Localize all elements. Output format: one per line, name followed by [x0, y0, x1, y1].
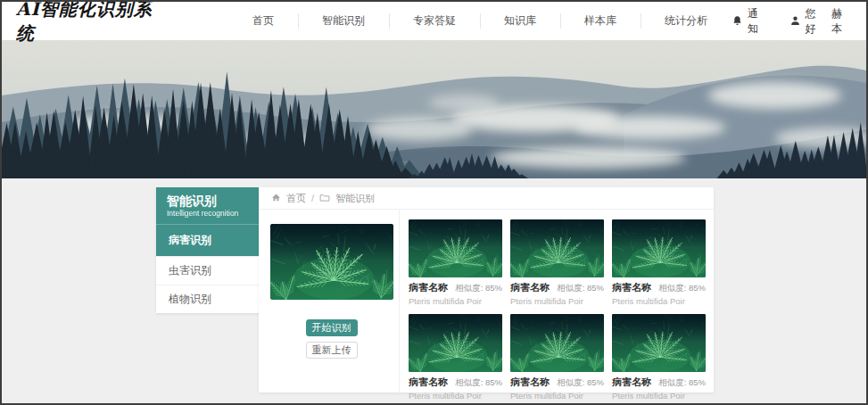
- result-card[interactable]: 病害名称 相似度: 85% Pteris multifida Poir: [510, 219, 604, 306]
- sidebar-item-plant-recognition[interactable]: 植物识别: [156, 285, 259, 313]
- similarity-value: 85%: [485, 283, 502, 293]
- user-menu[interactable]: 您好 赫本: [789, 6, 852, 37]
- disease-name: 病害名称: [612, 281, 651, 294]
- breadcrumb-current[interactable]: 智能识别: [335, 192, 375, 205]
- username-label: 赫本: [831, 6, 852, 37]
- result-image: [409, 219, 502, 277]
- result-card[interactable]: 病害名称 相似度: 85% Pteris multifida Poir: [612, 314, 706, 401]
- similarity-text: 相似度: 85%: [455, 377, 502, 389]
- similarity-text: 相似度: 85%: [658, 283, 706, 294]
- similarity-value: 85%: [587, 377, 604, 387]
- breadcrumb: 首页 / 智能识别: [259, 187, 714, 210]
- notification-label: 通知: [748, 6, 768, 37]
- similarity-label: 相似度:: [455, 283, 483, 293]
- disease-name: 病害名称: [612, 376, 651, 389]
- start-recognition-button[interactable]: 开始识别: [306, 319, 358, 336]
- bell-icon: [732, 15, 743, 27]
- similarity-text: 相似度: 85%: [658, 377, 706, 389]
- result-card[interactable]: 病害名称 相似度: 85% Pteris multifida Poir: [409, 219, 502, 306]
- uploaded-image-preview: [270, 224, 393, 300]
- user-greeting: 您好 赫本: [806, 6, 852, 37]
- result-title-row: 病害名称 相似度: 85%: [510, 281, 604, 294]
- disease-name: 病害名称: [409, 376, 448, 389]
- disease-name: 病害名称: [409, 281, 448, 294]
- similarity-text: 相似度: 85%: [455, 283, 502, 294]
- nav-item-knowledge-base[interactable]: 知识库: [480, 2, 560, 40]
- user-icon: [789, 15, 801, 27]
- navbar-right: 通知 您好 赫本: [732, 6, 852, 37]
- result-title-row: 病害名称 相似度: 85%: [612, 281, 706, 294]
- main-menu: 首页 智能识别 专家答疑 知识库 样本库 统计分析: [228, 2, 732, 40]
- breadcrumb-home[interactable]: 首页: [286, 192, 306, 205]
- similarity-value: 85%: [587, 283, 604, 293]
- similarity-value: 85%: [485, 377, 502, 387]
- sidebar: 智能识别 Intelligent recognition 病害识别 虫害识别 植…: [156, 187, 259, 313]
- results-grid: 病害名称 相似度: 85% Pteris multifida Poir 病害名称…: [400, 210, 715, 393]
- disease-name: 病害名称: [510, 281, 550, 294]
- result-card[interactable]: 病害名称 相似度: 85% Pteris multifida Poir: [409, 314, 502, 401]
- result-image: [612, 314, 706, 372]
- latin-name: Pteris multifida Poir: [612, 296, 706, 306]
- nav-item-expert-qa[interactable]: 专家答疑: [389, 2, 480, 40]
- upload-column: 开始识别 重新上传: [259, 210, 400, 393]
- similarity-label: 相似度:: [557, 283, 584, 293]
- result-image: [510, 314, 604, 372]
- result-title-row: 病害名称 相似度: 85%: [510, 376, 604, 389]
- breadcrumb-separator: /: [311, 193, 314, 203]
- panel-body: 开始识别 重新上传 病害名称 相似度: 85% Pteris multifida…: [259, 210, 714, 393]
- greeting-label: 您好: [806, 6, 826, 37]
- nav-item-statistics[interactable]: 统计分析: [641, 2, 732, 40]
- result-image: [612, 219, 706, 277]
- top-navbar: AI智能化识别系统 首页 智能识别 专家答疑 知识库 样本库 统计分析 通知 您…: [2, 2, 866, 40]
- sidebar-header: 智能识别 Intelligent recognition: [156, 187, 259, 224]
- result-image: [510, 219, 604, 277]
- nav-item-home[interactable]: 首页: [228, 2, 298, 40]
- latin-name: Pteris multifida Poir: [510, 296, 604, 306]
- reupload-button[interactable]: 重新上传: [306, 342, 358, 359]
- disease-name: 病害名称: [510, 376, 550, 389]
- result-title-row: 病害名称 相似度: 85%: [612, 376, 706, 389]
- folder-icon: [319, 193, 330, 204]
- sidebar-title: 智能识别: [167, 194, 248, 209]
- result-card[interactable]: 病害名称 相似度: 85% Pteris multifida Poir: [612, 219, 706, 306]
- main-panel: 首页 / 智能识别 开始识别 重新上传 病害名称 相似度: 85%: [259, 187, 714, 393]
- similarity-label: 相似度:: [658, 283, 686, 293]
- sidebar-item-pest-recognition[interactable]: 虫害识别: [156, 256, 259, 285]
- similarity-value: 85%: [689, 377, 706, 387]
- similarity-label: 相似度:: [557, 377, 584, 387]
- result-card[interactable]: 病害名称 相似度: 85% Pteris multifida Poir: [510, 314, 604, 401]
- result-image: [409, 314, 502, 372]
- similarity-label: 相似度:: [455, 377, 483, 387]
- result-title-row: 病害名称 相似度: 85%: [409, 281, 502, 294]
- home-icon: [271, 193, 281, 204]
- content-area: 智能识别 Intelligent recognition 病害识别 虫害识别 植…: [2, 178, 866, 403]
- hero-banner-image: [2, 40, 866, 178]
- similarity-text: 相似度: 85%: [557, 377, 604, 389]
- result-title-row: 病害名称 相似度: 85%: [409, 376, 502, 389]
- similarity-text: 相似度: 85%: [557, 283, 604, 294]
- app-window: { "app": { "title": "AI智能化识别系统" }, "nav"…: [0, 0, 868, 405]
- sidebar-subtitle: Intelligent recognition: [167, 209, 248, 219]
- latin-name: Pteris multifida Poir: [510, 391, 604, 401]
- nav-item-recognition[interactable]: 智能识别: [298, 2, 389, 40]
- similarity-label: 相似度:: [658, 377, 686, 387]
- nav-item-sample-library[interactable]: 样本库: [560, 2, 641, 40]
- latin-name: Pteris multifida Poir: [409, 296, 502, 306]
- similarity-value: 85%: [689, 283, 706, 293]
- latin-name: Pteris multifida Poir: [409, 391, 502, 401]
- notification-button[interactable]: 通知: [732, 6, 768, 37]
- latin-name: Pteris multifida Poir: [612, 391, 706, 401]
- sidebar-item-disease-recognition[interactable]: 病害识别: [156, 224, 259, 256]
- app-logo[interactable]: AI智能化识别系统: [16, 0, 159, 45]
